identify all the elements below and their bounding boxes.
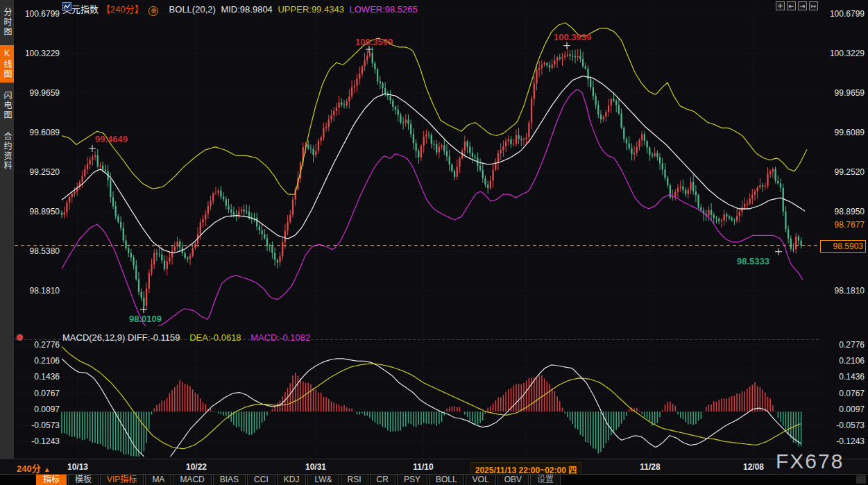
sidebar-item-view[interactable]: 合约资料: [0, 128, 14, 174]
candle-body: [212, 194, 214, 201]
price-axis-label-left: 99.6089: [17, 128, 60, 137]
candle-body: [354, 85, 355, 87]
candle-body: [546, 63, 547, 65]
candle-body: [328, 119, 330, 127]
candle-body: [697, 195, 699, 207]
candle-body: [228, 205, 229, 210]
toolbar-button-cci[interactable]: CCI: [247, 475, 275, 485]
price-axis-label-left: 100.3229: [17, 49, 60, 58]
candle-body: [472, 153, 473, 156]
toolbar-button-psy[interactable]: PSY: [397, 475, 427, 485]
last-price-tag: 98.5903: [820, 240, 866, 253]
plot-area[interactable]: [15, 0, 821, 458]
candle-body: [382, 83, 383, 88]
candle-body: [179, 241, 180, 247]
candle-body: [220, 191, 221, 197]
candle-body: [582, 59, 584, 67]
candle-body: [780, 183, 781, 187]
scrollbar-corner[interactable]: [856, 475, 866, 484]
macd-axis-label-right: -0.0573: [823, 420, 865, 430]
toolbar-button-macd[interactable]: MACD: [173, 475, 211, 485]
toolbar-button-vip指标[interactable]: VIP指标: [100, 475, 144, 485]
candle-body: [605, 112, 606, 117]
candle-body: [754, 192, 756, 195]
toolbar-button-指标[interactable]: 指标: [36, 475, 67, 485]
candle-body: [623, 128, 624, 139]
toolbar-button-lw&[interactable]: LW&: [307, 475, 339, 485]
candle-body: [688, 190, 689, 194]
price-axis-label-right: 99.6089: [823, 128, 865, 137]
toolbar-button-kdj[interactable]: KDJ: [277, 475, 307, 485]
candle-body: [526, 137, 527, 139]
candle-body: [715, 218, 717, 219]
toolbar-button-bias[interactable]: BIAS: [213, 475, 246, 485]
candle-body: [307, 145, 309, 148]
price-axis-label-left: 98.1810: [17, 286, 60, 296]
toolbar-button-模板[interactable]: 模板: [68, 475, 99, 485]
candle-body: [120, 222, 121, 228]
candle-body: [572, 56, 573, 56]
sidebar-item-view[interactable]: 闪电图: [0, 87, 14, 124]
candle-body: [505, 141, 507, 146]
candle-body: [277, 260, 278, 263]
toolbar-button-ma[interactable]: MA: [145, 475, 171, 485]
toolbar-button-cr[interactable]: CR: [370, 475, 395, 485]
candle-body: [552, 65, 553, 68]
toolbar-button-rsi[interactable]: RSI: [341, 475, 368, 485]
axis-compress-icon[interactable]: ⇤: [787, 1, 796, 10]
boll-upper-value: UPPER:99.4343: [278, 4, 343, 15]
candle-body: [659, 157, 661, 163]
candle-body: [192, 248, 194, 255]
candle-body: [618, 105, 620, 113]
candle-body: [708, 210, 709, 216]
toolbar-button-boll[interactable]: BOLL: [429, 475, 464, 485]
candle-body: [161, 255, 162, 260]
candle-body: [788, 230, 789, 239]
date-tick-label: 10/13: [67, 462, 88, 472]
indicator-toolbar: 指标模板VIP指标MAMACDBIASCCIKDJLW&RSICRPSYBOLL…: [0, 474, 868, 485]
candle-body: [502, 146, 504, 150]
candle-body: [115, 206, 117, 216]
chevron-up-icon: ▲: [44, 466, 51, 473]
candle-body: [69, 197, 70, 203]
candle-body: [413, 134, 414, 143]
candle-body: [744, 204, 745, 207]
period-selector-label: 240分: [17, 463, 41, 474]
candle-body: [218, 191, 219, 194]
candle-body: [680, 187, 681, 188]
period-selector[interactable]: 240分▲: [17, 461, 51, 475]
toolbar-button-vol[interactable]: VOL: [466, 475, 496, 485]
candle-body: [638, 140, 640, 147]
price-axis-label-right: 99.9659: [823, 88, 865, 98]
sidebar-item-view[interactable]: 分时图: [0, 4, 14, 40]
candle-body: [289, 215, 291, 222]
candle-body: [125, 241, 126, 248]
macd-header: MACD(26,12,9) DIFF:-0.1159 DEA:-0.0618 M…: [62, 332, 310, 343]
crosshair-icon[interactable]: ✛: [776, 1, 785, 10]
candle-body: [559, 58, 561, 59]
macd-axis-label-right: 0.2776: [823, 340, 865, 350]
candle-body: [564, 56, 565, 57]
candle-body: [800, 241, 801, 246]
candle-body: [94, 155, 96, 158]
candle-body: [395, 107, 396, 110]
candle-body: [310, 148, 312, 148]
toolbar-button-obv[interactable]: OBV: [497, 475, 529, 485]
candle-body: [189, 256, 191, 259]
candle-body: [66, 203, 67, 212]
macd-axis-label-left: 0.0097: [17, 405, 60, 414]
price-axis-label-right: 100.6799: [823, 9, 865, 19]
candle-body: [690, 182, 691, 189]
candle-body: [287, 222, 288, 231]
compare-add-icon[interactable]: ⊕: [148, 6, 158, 16]
candle-body: [769, 171, 771, 173]
candle-body: [143, 298, 144, 306]
axis-expand-icon[interactable]: ⇥: [798, 1, 807, 10]
sidebar-item-kline-active[interactable]: K线图: [0, 45, 14, 83]
candle-body: [264, 234, 265, 238]
toolbar-button-设置[interactable]: 设置: [530, 475, 561, 485]
candle-body: [569, 54, 570, 56]
candle-body: [366, 56, 368, 60]
candle-body: [253, 218, 255, 219]
pan-right-icon[interactable]: ↦: [809, 1, 818, 10]
